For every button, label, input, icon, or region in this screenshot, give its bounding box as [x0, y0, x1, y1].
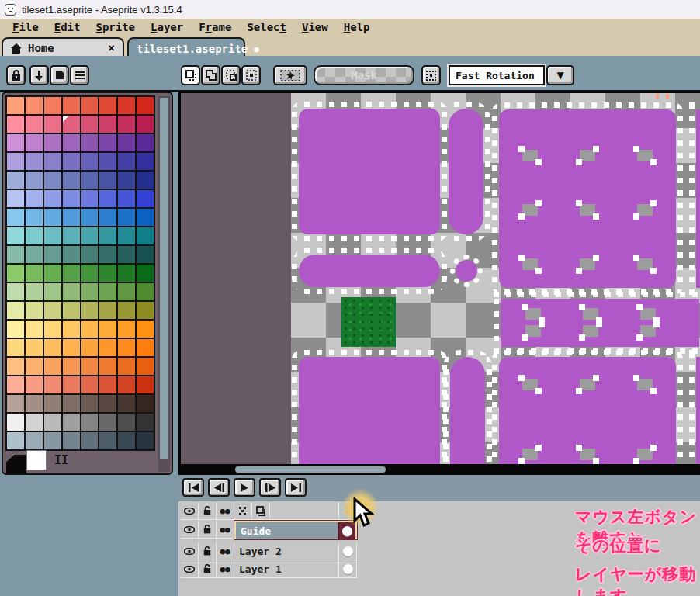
palette-swatch[interactable]	[63, 339, 80, 356]
palette-swatch[interactable]	[26, 414, 43, 431]
palette-swatch[interactable]	[81, 190, 99, 207]
options-menu-button[interactable]	[70, 65, 89, 85]
palette-swatch[interactable]	[63, 358, 80, 375]
palette-swatch[interactable]	[7, 283, 24, 300]
palette-swatch[interactable]	[81, 153, 99, 170]
palette-swatch[interactable]	[81, 321, 99, 338]
scroll-mode-button[interactable]	[29, 65, 49, 85]
selection-replace-button[interactable]	[181, 65, 200, 85]
palette-swatch[interactable]	[44, 227, 61, 244]
palette-swatch[interactable]	[81, 172, 99, 189]
palette-swatch[interactable]	[26, 376, 43, 393]
palette-swatch[interactable]	[7, 97, 24, 114]
palette-swatch[interactable]	[26, 321, 43, 338]
palette-swatch[interactable]	[118, 97, 135, 114]
palette-swatch[interactable]	[118, 376, 135, 393]
timeline-options-icon[interactable]	[234, 502, 252, 520]
layer-continuous-toggle[interactable]: ●●	[217, 521, 234, 539]
palette-swatch[interactable]	[63, 97, 80, 114]
palette-swatch[interactable]	[44, 246, 61, 263]
layer-continuous-toggle[interactable]: ●●	[217, 560, 234, 578]
foreground-color-swatch[interactable]	[6, 455, 26, 473]
palette-swatch[interactable]	[81, 358, 99, 375]
palette-swatch[interactable]	[99, 97, 116, 114]
palette-swatch[interactable]	[118, 134, 135, 151]
palette-swatch[interactable]	[137, 190, 154, 207]
switch-colors-icon[interactable]: II	[54, 453, 68, 467]
selection-add-button[interactable]	[201, 65, 220, 85]
palette-swatch[interactable]	[118, 283, 135, 300]
palette-swatch[interactable]	[7, 246, 24, 263]
palette-swatch[interactable]	[137, 376, 154, 393]
palette-swatch[interactable]	[137, 302, 154, 319]
palette-swatch[interactable]	[7, 209, 24, 226]
palette-swatch[interactable]	[44, 432, 61, 449]
layer-visibility-toggle[interactable]	[181, 560, 199, 578]
palette-swatch[interactable]	[63, 395, 80, 412]
rotation-algorithm-select[interactable]: Fast Rotation	[449, 65, 545, 85]
palette-swatch[interactable]	[99, 246, 116, 263]
palette-swatch[interactable]	[118, 190, 135, 207]
palette-swatch[interactable]	[118, 321, 135, 338]
palette-swatch[interactable]	[81, 432, 99, 449]
palette-swatch[interactable]	[81, 209, 99, 226]
palette-swatch[interactable]	[63, 172, 80, 189]
palette-swatch[interactable]	[99, 265, 116, 282]
previous-frame-button[interactable]	[208, 478, 230, 497]
palette-swatch[interactable]	[81, 116, 99, 133]
palette-swatch[interactable]	[44, 302, 61, 319]
palette-scrollbar-thumb[interactable]	[160, 98, 168, 459]
palette-swatch[interactable]	[7, 395, 24, 412]
palette-swatch[interactable]	[118, 395, 135, 412]
tab-home-close-icon[interactable]: ×	[108, 41, 115, 55]
palette-swatch[interactable]	[7, 116, 24, 133]
palette-swatch[interactable]	[137, 395, 154, 412]
tab-home[interactable]: Home ×	[2, 37, 124, 57]
mask-button[interactable]: Mask	[314, 65, 414, 85]
palette-swatch[interactable]	[99, 395, 116, 412]
palette-swatch[interactable]	[63, 153, 80, 170]
palette-swatch[interactable]	[44, 414, 61, 431]
palette-swatch[interactable]	[137, 283, 154, 300]
palette-swatch[interactable]	[137, 339, 154, 356]
palette-swatch[interactable]	[137, 265, 154, 282]
palette-swatch[interactable]	[137, 172, 154, 189]
palette-swatch[interactable]	[99, 376, 116, 393]
palette-swatch[interactable]	[99, 283, 116, 300]
rotation-dropdown-button[interactable]: ▼	[546, 65, 574, 85]
menu-item-edit[interactable]: Edit	[47, 20, 88, 34]
palette-swatch[interactable]	[99, 432, 116, 449]
palette-swatch[interactable]	[26, 97, 43, 114]
palette-swatch[interactable]	[81, 339, 99, 356]
palette-swatch[interactable]	[81, 134, 99, 151]
palette-swatch[interactable]	[63, 321, 80, 338]
palette-swatch[interactable]	[63, 116, 80, 133]
palette-swatch[interactable]	[99, 134, 116, 151]
palette-swatch[interactable]	[26, 246, 43, 263]
palette-swatch[interactable]	[44, 265, 61, 282]
layer-name[interactable]: Layer 1	[234, 560, 339, 578]
layer-row-2[interactable]: ●● Layer 2	[181, 542, 357, 561]
palette-swatch[interactable]	[7, 134, 24, 151]
palette-swatch[interactable]	[63, 283, 80, 300]
palette-swatch[interactable]	[137, 153, 154, 170]
menu-item-sprite[interactable]: Sprite	[88, 20, 143, 34]
palette-swatch[interactable]	[137, 414, 154, 431]
palette-swatch[interactable]	[99, 321, 116, 338]
palette-swatch[interactable]	[118, 358, 135, 375]
palette-swatch[interactable]	[81, 265, 99, 282]
background-color-swatch[interactable]	[26, 450, 47, 470]
palette-swatch[interactable]	[99, 227, 116, 244]
transform-selection-button[interactable]	[273, 65, 307, 85]
palette-swatch[interactable]	[99, 172, 116, 189]
palette-swatch[interactable]	[63, 265, 80, 282]
palette-swatch[interactable]	[63, 134, 80, 151]
palette-swatch[interactable]	[81, 302, 99, 319]
palette-swatch[interactable]	[44, 395, 61, 412]
canvas-viewport[interactable]	[178, 92, 700, 464]
last-frame-button[interactable]	[285, 478, 307, 497]
palette-swatch[interactable]	[99, 339, 116, 356]
palette-swatch[interactable]	[7, 227, 24, 244]
palette-swatch[interactable]	[63, 246, 80, 263]
palette-swatch[interactable]	[99, 209, 116, 226]
